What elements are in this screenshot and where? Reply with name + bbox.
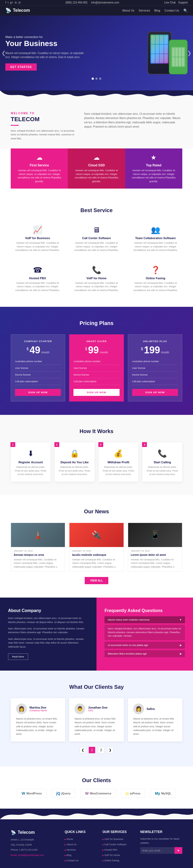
youtube-icon[interactable]: yt [19, 1, 21, 4]
hero-next-arrow[interactable]: ❯ [187, 50, 192, 56]
nav-blog[interactable]: Blog [155, 9, 160, 12]
hero-title: Your Business [5, 39, 86, 48]
footer-link-services[interactable]: Services [64, 848, 76, 851]
cloud-service-icon: ☁ [72, 154, 121, 161]
testimonial-text-3: Mauris et pharetra eros, et ornare felis… [133, 717, 177, 736]
voip-home-desc: Aenean vel consequat felis. Curabitur et… [74, 281, 119, 292]
newsletter-email-input[interactable] [140, 847, 174, 854]
plan-starter-price: $ 49 /month [15, 345, 61, 355]
step-withdraw: 3 💰 Withdraw Profit Maecenas et ultrices… [99, 442, 139, 482]
footer-svc-call[interactable]: Call Center Software [102, 843, 127, 846]
service-card-top: ★ Top Rated Aenean vel consequat felis. … [125, 149, 182, 189]
footer-svc-pbx[interactable]: Hosted PBX [102, 848, 117, 851]
faq-chevron-2: ▶ [180, 644, 182, 647]
fax-desc: Aenean vel consequat felis. Curabitur et… [133, 281, 178, 292]
nav-contact[interactable]: Contact Us [165, 9, 179, 12]
news-content-2: JANUARY 15, 2019 Iaculis molestie sodios… [70, 547, 123, 571]
unlimited-period: /month [161, 351, 169, 354]
contact-info: (800) 123-456-801 info@domainname.com [65, 1, 119, 4]
unlimited-signup-button[interactable]: SIGN UP NOW [132, 389, 178, 396]
unlimited-feature-3: Device license [132, 372, 178, 378]
testimonial-next-button[interactable]: ❯ [107, 747, 113, 753]
avatar-1: 👩 [16, 704, 27, 714]
team-title: Team Collaboration Software [133, 237, 178, 240]
faq-item-3[interactable]: Bibendum libero tincidunt platea agit ▶ [105, 650, 185, 657]
faq-question-2: Ut accumsan tortor ut cras platea agit [108, 644, 148, 647]
newsletter-submit-button[interactable]: ➤ [174, 847, 182, 854]
unlimited-feature-2: User license [132, 365, 178, 372]
social-icons: f t g+ in yt [5, 1, 21, 4]
news-headline-2[interactable]: Iaculis molestie sodiosque [72, 553, 121, 557]
footer-svc-fax[interactable]: Online Faxing [102, 859, 119, 862]
hero-slider-dots [92, 78, 101, 80]
faq-chevron-1: ▼ [179, 618, 182, 621]
client-mysql: My MySQL [150, 789, 176, 798]
deposit-title: Deposit As You Like [59, 461, 91, 464]
hero-cta-button[interactable]: GET STARTED [5, 63, 37, 71]
services-grid: 📈 VoIP for Business Aenean vel consequat… [11, 221, 182, 296]
news-card-1: 🗼 JANUARY 15, 2019 Aenean tempus ex urna… [11, 523, 65, 572]
dot-2[interactable] [95, 78, 98, 80]
linkedin-icon[interactable]: in [15, 1, 17, 4]
facebook-icon[interactable]: f [5, 1, 6, 4]
live-chat-link[interactable]: Live Chat [164, 1, 175, 4]
faq-item-1[interactable]: Mauris metus enim molestie maecenas ▼ [105, 616, 185, 623]
starter-amount: 49 [29, 344, 40, 355]
dot-3[interactable] [99, 78, 101, 80]
main-navigation: 📡 Telecom About Us Services Blog Contact… [0, 5, 193, 16]
smart-signup-button[interactable]: SIGN UP NOW [74, 389, 119, 396]
testimonial-page-2[interactable]: 2 [98, 747, 104, 753]
withdraw-title: Withdraw Profit [103, 461, 135, 464]
footer-link-contact[interactable]: Contact Us [64, 859, 78, 862]
service-voip-home: 📞 VoIP for Home Aenean vel consequat fel… [70, 261, 123, 297]
voip-title: VoIP for Business [15, 237, 60, 240]
faq-answer-1: Nunc volutpat tincidunt, non ullamcorper… [105, 625, 185, 640]
support-link[interactable]: Support [178, 1, 188, 4]
hero-prev-arrow[interactable]: ❮ [1, 50, 6, 56]
cloud-service-title: Cloud SSD [72, 163, 121, 167]
first-service-title: First Service [15, 163, 64, 167]
dot-1[interactable] [92, 78, 94, 80]
testimonial-page-1[interactable]: 1 [89, 747, 95, 753]
footer-link-about[interactable]: About Us [64, 843, 76, 846]
news-date-3: JANUARY 15, 2019 [131, 550, 179, 552]
footer-link-home[interactable]: Home [64, 838, 73, 840]
google-plus-icon[interactable]: g+ [10, 1, 13, 4]
starter-feature-1: Australian phone number [15, 358, 61, 365]
unlimited-feature-1: Australian phone number [132, 358, 178, 365]
footer-phone: Phone: 1 (877) 123-1234 [11, 848, 59, 852]
twitter-icon[interactable]: t [8, 1, 8, 4]
testimonial-name-1: Martina Doe [29, 706, 47, 709]
nav-about[interactable]: About Us [122, 9, 134, 12]
plan-smart-name: SMART SAVER [74, 340, 119, 343]
footer-link-blog[interactable]: Blog [64, 854, 71, 857]
register-icon: ⬇ [15, 449, 47, 458]
news-grid: 🗼 JANUARY 15, 2019 Aenean tempus ex urna… [11, 523, 182, 572]
faq-item-2[interactable]: Ut accumsan tortor ut cras platea agit ▶ [105, 642, 185, 649]
testimonial-prev-button[interactable]: ❮ [80, 747, 86, 753]
search-icon[interactable]: 🔍 [183, 8, 188, 12]
js-mark: js [126, 791, 129, 796]
client-jspress: js jsPress [121, 789, 145, 798]
news-headline-1[interactable]: Aenean tempus ex urna [14, 553, 62, 557]
service-pbx: ☎ Hosted PBX Aenean vel consequat felis.… [11, 261, 64, 297]
nav-logo[interactable]: 📡 Telecom [5, 7, 30, 13]
pricing-section: Pricing Plans COMPANY STARTER $ 49 /mont… [0, 307, 193, 415]
nav-services[interactable]: Services [139, 9, 150, 12]
news-headline-3[interactable]: Lorem ipsum dolor sit amet [131, 553, 179, 557]
pricing-title: Pricing Plans [11, 320, 182, 326]
top-service-title: Top Rated [129, 163, 178, 167]
service-card-cloud: ☁ Cloud SSD Aenean vel consequat felis. … [68, 149, 125, 189]
view-all-button[interactable]: View All [85, 577, 108, 584]
smart-feature-3: Device license [74, 372, 119, 378]
footer: 📡 Telecom Street 1, 1/2 Example City, Co… [0, 819, 193, 868]
testimonial-header-2: 👨 Jonathan Doe CEO [75, 704, 118, 714]
top-service-desc: Aenean vel consequat felis. Curabitur et… [129, 169, 178, 183]
footer-svc-voip[interactable]: VoIP for Business [102, 838, 123, 840]
testimonial-header-3: 👩 Safira [133, 704, 177, 714]
testimonial-1: 👩 Martina Doe Company Name Mauris et pha… [11, 698, 65, 742]
starter-signup-button[interactable]: SIGN UP NOW [15, 389, 61, 396]
testimonial-navigation: ❮ 1 2 ❯ [11, 747, 182, 753]
about-read-more-button[interactable]: Read More [8, 653, 28, 660]
footer-svc-home[interactable]: VoIP for Home [102, 854, 120, 857]
